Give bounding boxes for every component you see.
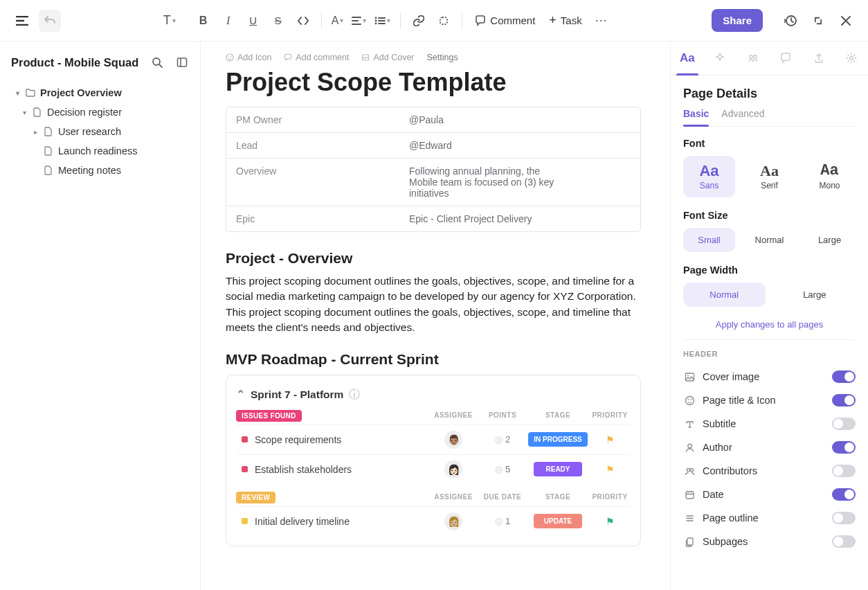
stage-pill[interactable]: UPDATE <box>534 514 582 528</box>
tab-comments[interactable] <box>770 42 803 75</box>
image-icon <box>683 372 696 382</box>
info-row-overview[interactable]: OverviewFollowing annual planning, the M… <box>226 158 640 206</box>
italic-button[interactable]: I <box>217 10 239 32</box>
tree-item-meeting-notes[interactable]: Meeting notes <box>11 161 192 180</box>
toggle-switch[interactable] <box>832 441 856 454</box>
sprint-header[interactable]: ⌃ Sprint 7 - Platform ⓘ <box>236 382 631 409</box>
tab-export[interactable] <box>802 42 835 75</box>
add-comment-action[interactable]: Add comment <box>284 53 349 62</box>
add-icon-action[interactable]: Add Icon <box>226 53 271 62</box>
width-option-large[interactable]: Large <box>774 283 856 307</box>
col-header: POINTS <box>478 411 527 419</box>
users-icon <box>683 466 696 476</box>
font-option-serif[interactable]: AaSerif <box>743 156 795 197</box>
text-style-dropdown[interactable]: T▾ <box>161 10 179 32</box>
svg-point-21 <box>690 468 693 471</box>
col-header: PRIORITY <box>589 493 631 501</box>
page-width-options: Normal Large <box>683 283 856 307</box>
apply-all-link[interactable]: Apply changes to all pages <box>683 319 856 330</box>
info-row-epic[interactable]: EpicEpic - Client Project Delivery <box>226 206 640 231</box>
font-option-mono[interactable]: AaMono <box>804 156 856 197</box>
toggle-switch[interactable] <box>832 418 856 430</box>
close-icon[interactable] <box>835 10 857 32</box>
priority-flag-icon[interactable]: ⚑ <box>606 464 615 475</box>
toggle-switch[interactable] <box>832 488 856 501</box>
section-tag-review[interactable]: REVIEW <box>236 492 275 503</box>
more-icon[interactable]: ··· <box>590 10 613 32</box>
size-option-large[interactable]: Large <box>804 228 856 252</box>
align-dropdown[interactable]: ▾ <box>349 10 369 32</box>
settings-action[interactable]: Settings <box>427 53 458 62</box>
text-color-dropdown[interactable]: A▾ <box>329 10 347 32</box>
tab-settings[interactable] <box>835 42 869 75</box>
comment-button[interactable]: Comment <box>469 10 541 30</box>
menu-icon[interactable] <box>11 10 33 32</box>
col-header: ASSIGNEE <box>428 493 478 501</box>
heading-project-overview[interactable]: Project - Overview <box>226 250 645 267</box>
subtab-advanced[interactable]: Advanced <box>721 108 764 126</box>
points: ◎2 <box>478 434 527 445</box>
tree-item-user-research[interactable]: ▸ User research <box>11 122 192 141</box>
tree-item-decision-register[interactable]: ▾ Decision register <box>11 102 192 122</box>
subtab-basic[interactable]: Basic <box>683 108 709 126</box>
share-button[interactable]: Share <box>712 9 763 32</box>
toggle-row-subpages: Subpages <box>683 530 856 553</box>
section-tag-issues[interactable]: ISSUES FOUND <box>236 410 302 422</box>
bold-button[interactable]: B <box>192 10 215 32</box>
link-button[interactable] <box>408 10 430 32</box>
avatar[interactable]: 👩🏻 <box>444 461 462 479</box>
font-option-sans[interactable]: AaSans <box>683 156 735 197</box>
svg-rect-23 <box>687 538 693 545</box>
strikethrough-button[interactable]: S <box>267 10 289 32</box>
priority-flag-icon[interactable]: ⚑ <box>606 516 615 527</box>
info-table: PM Owner@Paula Lead@Edward OverviewFollo… <box>226 107 641 232</box>
toggle-switch[interactable] <box>832 465 856 477</box>
workspace-title: Product - Mobile Squad <box>11 56 142 69</box>
stage-pill[interactable]: IN PROGRESS <box>528 432 587 447</box>
svg-point-8 <box>228 56 229 57</box>
page-title[interactable]: Project Scope Template <box>226 68 645 97</box>
underline-button[interactable]: U <box>242 10 264 32</box>
heading-mvp-roadmap[interactable]: MVP Roadmap - Current Sprint <box>226 351 645 368</box>
list-dropdown[interactable]: ▾ <box>372 10 393 32</box>
code-button[interactable] <box>292 10 314 32</box>
unlink-button[interactable] <box>433 10 455 32</box>
sprint-board: ⌃ Sprint 7 - Platform ⓘ ISSUES FOUND ASS… <box>226 375 641 546</box>
priority-flag-icon[interactable]: ⚑ <box>606 434 615 445</box>
toggle-switch[interactable] <box>832 535 856 548</box>
sidebar-toggle-icon[interactable] <box>172 53 192 72</box>
document-area: Add Icon Add comment Add Cover Settings … <box>201 42 670 590</box>
search-icon[interactable] <box>147 53 167 72</box>
undo-button[interactable] <box>39 10 61 32</box>
task-row[interactable]: Establish stakeholders 👩🏻 ◎5 READY ⚑ <box>236 454 631 484</box>
width-option-normal[interactable]: Normal <box>683 283 766 307</box>
text-style-group: T▾ B I U S A▾ ▾ ▾ <box>161 9 613 32</box>
tab-share[interactable] <box>736 42 770 75</box>
toggle-label: Author <box>703 442 732 453</box>
task-row[interactable]: Initial delivery timeline 👩🏼 ◎1 UPDATE ⚑ <box>236 506 631 536</box>
tab-ai[interactable] <box>704 42 737 75</box>
avatar[interactable]: 👩🏼 <box>444 512 462 530</box>
collapse-icon[interactable] <box>807 10 829 32</box>
task-button[interactable]: + Task <box>543 9 587 32</box>
points: ◎5 <box>478 464 527 474</box>
toggle-switch[interactable] <box>832 512 856 524</box>
task-row[interactable]: Scope requirements 👨🏽 ◎2 IN PROGRESS ⚑ <box>236 424 631 454</box>
history-icon[interactable] <box>779 10 802 32</box>
overview-paragraph[interactable]: This project scoping document outlines t… <box>226 274 645 336</box>
tab-details[interactable]: Aa <box>671 42 704 75</box>
size-option-normal[interactable]: Normal <box>743 228 795 252</box>
toggle-label: Page title & Icon <box>703 395 776 406</box>
toggle-switch[interactable] <box>832 394 856 406</box>
info-row-lead[interactable]: Lead@Edward <box>226 132 640 158</box>
svg-point-0 <box>375 17 377 19</box>
size-option-small[interactable]: Small <box>683 228 735 252</box>
add-cover-action[interactable]: Add Cover <box>361 53 414 62</box>
toggle-label: Cover image <box>703 371 759 382</box>
stage-pill[interactable]: READY <box>534 462 582 476</box>
avatar[interactable]: 👨🏽 <box>444 431 462 449</box>
info-row-owner[interactable]: PM Owner@Paula <box>226 107 640 132</box>
tree-item-project-overview[interactable]: ▾ Project Overview <box>11 83 192 102</box>
toggle-switch[interactable] <box>832 370 856 383</box>
tree-item-launch-readiness[interactable]: Launch readiness <box>11 141 192 161</box>
